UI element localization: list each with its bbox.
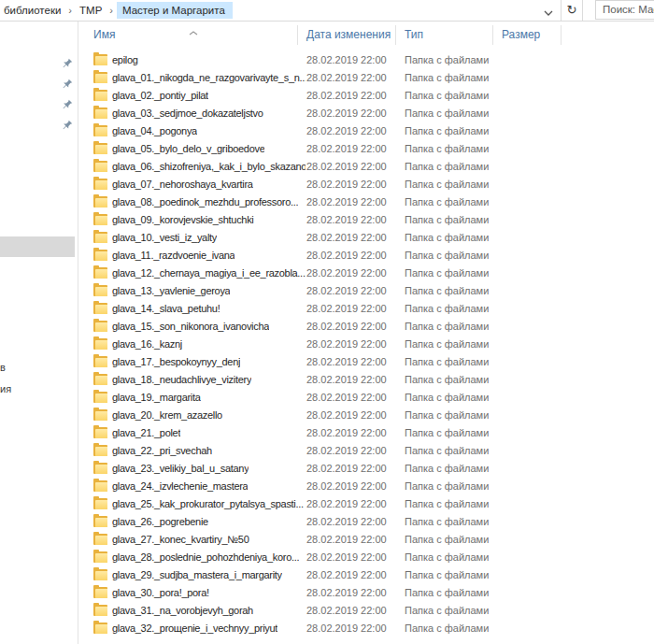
file-name: glava_20._krem_azazello	[112, 407, 222, 424]
file-row[interactable]: glava_28._poslednie_pohozhdeniya_koro...…	[78, 549, 654, 566]
nav-item-label-fragment[interactable]: ия	[0, 383, 11, 394]
chevron-down-icon	[544, 3, 553, 20]
file-date: 28.02.2019 22:00	[306, 211, 387, 229]
file-row[interactable]: glava_25._kak_prokurator_pytalsya_spasti…	[78, 495, 654, 513]
file-date: 28.02.2019 22:00	[306, 478, 387, 495]
file-type: Папка с файлами	[405, 211, 489, 229]
file-date: 28.02.2019 22:00	[306, 407, 387, 424]
file-type: Папка с файлами	[405, 229, 489, 247]
column-header-date[interactable]: Дата изменения	[306, 28, 391, 41]
file-type: Папка с файлами	[405, 176, 489, 193]
breadcrumb-segment[interactable]: библиотеки	[0, 3, 64, 18]
file-row[interactable]: glava_29._sudjba_mastera_i_margarity 28.…	[78, 566, 654, 584]
file-name: glava_32._proщenie_i_vechnyy_priyut	[112, 620, 277, 637]
file-type: Папка с файлами	[405, 247, 489, 265]
file-row[interactable]: glava_27._konec_kvartiry_№50 28.02.2019 …	[78, 531, 654, 549]
search-input[interactable]: Поиск: Масте	[595, 0, 654, 20]
file-type: Папка с файлами	[405, 407, 489, 424]
file-name: glava_27._konec_kvartiry_№50	[112, 531, 249, 549]
folder-icon	[93, 338, 107, 350]
column-header-type[interactable]: Тип	[405, 28, 423, 41]
file-row[interactable]: glava_08._poedinok_mezhdu_professoro... …	[78, 193, 654, 211]
file-row[interactable]: glava_11._razdvoenie_ivana 28.02.2019 22…	[78, 247, 654, 265]
column-divider[interactable]	[297, 25, 298, 45]
file-date: 28.02.2019 22:00	[306, 424, 387, 442]
folder-icon	[93, 143, 107, 154]
file-row[interactable]: glava_06._shizofreniya,_kak_i_bylo_skaza…	[78, 158, 654, 176]
file-row[interactable]: glava_22._pri_svechah 28.02.2019 22:00 П…	[78, 442, 654, 460]
file-name: glava_13._yavlenie_geroya	[112, 282, 230, 300]
column-divider[interactable]	[395, 25, 396, 45]
file-name: glava_21._polet	[112, 424, 180, 442]
breadcrumb-segment[interactable]: TMP	[76, 3, 106, 18]
address-toolbar: библиотеки›TMP›Мастер и Маргарита ↻ Поис…	[0, 0, 654, 21]
file-row[interactable]: glava_18._neudachlivye_vizitery 28.02.20…	[78, 371, 654, 389]
file-date: 28.02.2019 22:00	[306, 495, 387, 513]
file-date: 28.02.2019 22:00	[306, 282, 387, 300]
column-divider[interactable]	[561, 25, 562, 45]
file-row[interactable]: glava_24._izvlechenie_mastera 28.02.2019…	[78, 478, 654, 495]
file-date: 28.02.2019 22:00	[306, 318, 387, 336]
folder-icon	[93, 587, 107, 598]
address-dropdown-button[interactable]	[542, 6, 555, 17]
file-row[interactable]: glava_05._bylo_delo_v_griboedove 28.02.2…	[78, 140, 654, 158]
nav-selected-item[interactable]	[0, 236, 75, 257]
file-type: Папка с файлами	[405, 371, 489, 389]
folder-icon	[93, 623, 107, 634]
file-row[interactable]: glava_07._nehoroshaya_kvartira 28.02.201…	[78, 176, 654, 193]
column-header-size[interactable]: Размер	[502, 28, 540, 41]
file-type: Папка с файлами	[405, 602, 489, 620]
file-row[interactable]: glava_16._kaznj 28.02.2019 22:00 Папка с…	[78, 336, 654, 353]
nav-item-label-fragment[interactable]: в	[0, 362, 6, 373]
file-row[interactable]: glava_26._pogrebenie 28.02.2019 22:00 Па…	[78, 513, 654, 531]
file-row[interactable]: glava_21._polet 28.02.2019 22:00 Папка с…	[78, 424, 654, 442]
file-type: Папка с файлами	[405, 336, 489, 353]
file-type: Папка с файлами	[405, 69, 489, 87]
file-name: glava_16._kaznj	[112, 336, 182, 353]
file-row[interactable]: glava_32._proщenie_i_vechnyy_priyut 28.0…	[78, 620, 654, 637]
file-row[interactable]: glava_03._sedjmoe_dokazateljstvo 28.02.2…	[78, 105, 654, 122]
folder-icon	[93, 232, 107, 243]
refresh-icon: ↻	[567, 0, 577, 21]
folder-icon	[93, 285, 107, 296]
refresh-button[interactable]: ↻	[561, 0, 583, 21]
file-type: Папка с файлами	[405, 442, 489, 460]
folder-icon	[93, 516, 107, 527]
folder-icon	[93, 267, 107, 279]
file-row[interactable]: glava_02._pontiy_pilat 28.02.2019 22:00 …	[78, 87, 654, 105]
file-row[interactable]: epilog 28.02.2019 22:00 Папка с файлами	[78, 51, 654, 69]
folder-icon	[93, 463, 107, 474]
file-date: 28.02.2019 22:00	[306, 247, 387, 265]
file-name: glava_23._velikiy_bal_u_satany	[112, 460, 249, 478]
column-header-name[interactable]: Имя	[93, 28, 115, 41]
file-row[interactable]: glava_17._bespokoynyy_denj 28.02.2019 22…	[78, 353, 654, 371]
file-row[interactable]: glava_12._chernaya_magiya_i_ee_razobla..…	[78, 265, 654, 282]
file-row[interactable]: glava_19._margarita 28.02.2019 22:00 Пап…	[78, 389, 654, 407]
breadcrumb-separator-icon: ›	[64, 5, 76, 16]
file-row[interactable]: glava_14._slava_petuhu! 28.02.2019 22:00…	[78, 300, 654, 318]
column-divider[interactable]	[492, 25, 493, 45]
breadcrumb-segment[interactable]: Мастер и Маргарита	[117, 2, 233, 19]
file-row[interactable]: glava_13._yavlenie_geroya 28.02.2019 22:…	[78, 282, 654, 300]
file-row[interactable]: glava_09._korovjevskie_shtuchki 28.02.20…	[78, 211, 654, 229]
file-date: 28.02.2019 22:00	[306, 602, 387, 620]
file-name: glava_03._sedjmoe_dokazateljstvo	[112, 105, 263, 122]
file-type: Папка с файлами	[405, 300, 489, 318]
sort-ascending-icon	[189, 22, 198, 39]
file-type: Папка с файлами	[405, 389, 489, 407]
file-row[interactable]: glava_30._pora!_pora! 28.02.2019 22:00 П…	[78, 584, 654, 602]
file-row[interactable]: glava_20._krem_azazello 28.02.2019 22:00…	[78, 407, 654, 424]
file-type: Папка с файлами	[405, 122, 489, 140]
file-row[interactable]: glava_01._nikogda_ne_razgovarivayte_s_n.…	[78, 69, 654, 87]
file-row[interactable]: glava_23._velikiy_bal_u_satany 28.02.201…	[78, 460, 654, 478]
folder-icon	[93, 161, 107, 172]
file-row[interactable]: glava_15._son_nikonora_ivanovicha 28.02.…	[78, 318, 654, 336]
file-type: Папка с файлами	[405, 140, 489, 158]
file-row[interactable]: glava_10._vesti_iz_yalty 28.02.2019 22:0…	[78, 229, 654, 247]
file-row[interactable]: glava_31._na_vorobjevyh_gorah 28.02.2019…	[78, 602, 654, 620]
file-name: glava_24._izvlechenie_mastera	[112, 478, 248, 495]
file-row[interactable]: glava_04._pogonya 28.02.2019 22:00 Папка…	[78, 122, 654, 140]
folder-icon	[93, 196, 107, 208]
file-type: Папка с файлами	[405, 584, 489, 602]
column-header-row: Имя Дата изменения Тип Размер	[78, 21, 654, 48]
